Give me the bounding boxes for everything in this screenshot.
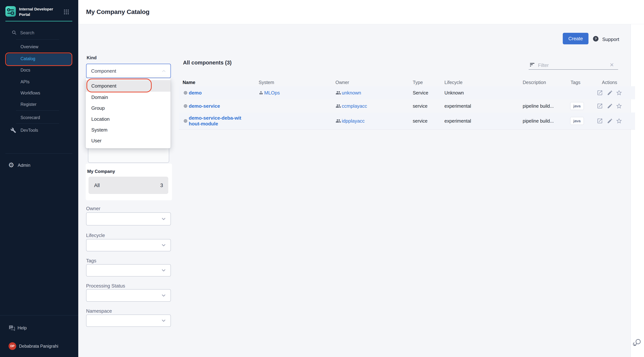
chevron-down-icon — [161, 293, 166, 298]
lifecycle-cell: experimental — [444, 118, 471, 124]
sidebar-item-catalog[interactable]: Catalog — [0, 56, 78, 62]
namespace-select[interactable] — [86, 314, 171, 327]
support-label[interactable]: Support — [602, 36, 619, 42]
open-in-new-icon[interactable] — [597, 103, 603, 109]
edit-pencil-icon[interactable] — [607, 90, 613, 96]
entity-name-link[interactable]: demo — [189, 90, 202, 96]
apps-grid-icon[interactable] — [64, 9, 69, 14]
star-icon[interactable] — [616, 90, 622, 96]
sidebar-item-label: APIs — [20, 79, 30, 85]
search-icon — [12, 30, 16, 35]
sidebar-item-label: Register — [20, 101, 36, 108]
sidebar-item-scorecard[interactable]: Scorecard — [0, 114, 78, 121]
entity-name-link[interactable]: demo-service-deba-without-module — [189, 115, 241, 127]
tag-chip: java — [570, 102, 584, 110]
sidebar: Internal Developer Portal Search Overvie… — [0, 0, 78, 357]
star-icon[interactable] — [616, 118, 622, 124]
table-filter: ✕ — [529, 61, 618, 70]
my-company-all-row[interactable]: All 3 — [88, 177, 168, 194]
divider — [0, 315, 78, 316]
sidebar-item-label: Overview — [20, 44, 38, 50]
chat-bubbles-icon[interactable] — [632, 338, 642, 347]
divider — [16, 123, 59, 124]
gear-icon: ⚙ — [8, 161, 14, 169]
open-in-new-icon[interactable] — [597, 118, 603, 124]
right-gutter — [630, 24, 644, 357]
sidebar-item-help[interactable]: Help — [18, 325, 27, 330]
processing-status-select[interactable] — [86, 289, 171, 302]
kind-label: Kind — [87, 55, 96, 60]
kind-option-label: Group — [91, 103, 105, 114]
user-name[interactable]: Debabrata Panigrahi — [19, 344, 58, 349]
avatar[interactable]: DP — [8, 342, 16, 350]
sidebar-item-overview[interactable]: Overview — [0, 44, 78, 50]
owner-select[interactable] — [86, 212, 171, 226]
system-link[interactable]: MLOps — [264, 90, 280, 96]
kind-option-user[interactable]: User — [86, 135, 170, 146]
table-row: demoMLOpsunknownServiceUnknown — [179, 86, 635, 99]
kind-option-label: Location — [91, 114, 110, 124]
clear-filter-icon[interactable]: ✕ — [610, 62, 614, 68]
edit-pencil-icon[interactable] — [607, 118, 613, 124]
system-icon — [258, 90, 264, 96]
open-in-new-icon[interactable] — [597, 90, 603, 96]
sidebar-item-register[interactable]: Register — [0, 101, 78, 108]
my-company-count: 3 — [160, 182, 163, 188]
owner-link[interactable]: ccmplayacc — [342, 103, 367, 109]
type-cell: Service — [413, 90, 428, 96]
edit-pencil-icon[interactable] — [607, 103, 613, 109]
divider — [6, 153, 72, 154]
lifecycle-label: Lifecycle — [86, 232, 105, 238]
filter-input[interactable] — [538, 62, 605, 69]
star-icon[interactable] — [616, 103, 622, 109]
sidebar-search[interactable]: Search — [20, 30, 34, 36]
brand-logo-icon — [6, 6, 16, 16]
description-cell: pipeline build... — [523, 118, 554, 124]
column-header-actions: Actions — [602, 80, 617, 85]
sidebar-item-label: DevTools — [20, 127, 38, 134]
sidebar-item-apis[interactable]: APIs — [0, 79, 78, 85]
my-company-card: My Company All 3 — [86, 164, 172, 200]
divider — [16, 40, 59, 40]
kind-option-location[interactable]: Location — [86, 114, 170, 124]
sidebar-item-devtools[interactable]: DevTools — [0, 127, 78, 134]
owner-link[interactable]: unknown — [342, 90, 361, 96]
owner-group-icon — [336, 90, 341, 96]
table-header-row: NameSystemOwnerTypeLifecycleDescriptionT… — [179, 79, 635, 86]
namespace-label: Namespace — [86, 308, 112, 314]
lifecycle-select[interactable] — [86, 239, 171, 251]
sidebar-item-label: Catalog — [20, 56, 35, 62]
sidebar-item-docs[interactable]: Docs — [0, 67, 78, 73]
column-header-type: Type — [413, 80, 423, 85]
kind-select[interactable]: Component — [86, 64, 171, 78]
sidebar-item-label: Scorecard — [20, 114, 40, 121]
help-icon: ? — [8, 324, 15, 332]
column-header-tags: Tags — [570, 80, 580, 85]
tag-chip: java — [570, 117, 584, 125]
svg-text:?: ? — [595, 37, 597, 40]
entity-name-link[interactable]: demo-service — [189, 103, 220, 109]
create-button[interactable]: Create — [563, 33, 588, 44]
component-chip-icon — [183, 104, 188, 108]
chevron-up-icon — [161, 68, 166, 74]
sidebar-accent-line — [6, 21, 72, 22]
type-cell: service — [413, 103, 428, 109]
kind-option-label: Domain — [91, 92, 108, 103]
sidebar-item-admin[interactable]: Admin — [18, 163, 30, 168]
owner-label: Owner — [86, 206, 100, 212]
kind-option-label: System — [91, 124, 108, 135]
support-help-icon[interactable]: ? — [593, 36, 599, 42]
kind-option-domain[interactable]: Domain — [86, 92, 170, 103]
kind-option-group[interactable]: Group — [86, 103, 170, 114]
kind-option-label: Component — [91, 80, 116, 92]
divider — [16, 110, 59, 110]
owner-link[interactable]: idpplayacc — [342, 118, 365, 124]
kind-option-component[interactable]: Component — [86, 80, 170, 92]
sidebar-item-workflows[interactable]: Workflows — [0, 90, 78, 96]
column-header-owner: Owner — [336, 80, 349, 85]
kind-option-system[interactable]: System — [86, 124, 170, 135]
sidebar-item-label: Docs — [20, 67, 30, 73]
chevron-down-icon — [161, 318, 166, 324]
processing-status-label: Processing Status — [86, 283, 125, 289]
tags-select[interactable] — [86, 264, 171, 276]
